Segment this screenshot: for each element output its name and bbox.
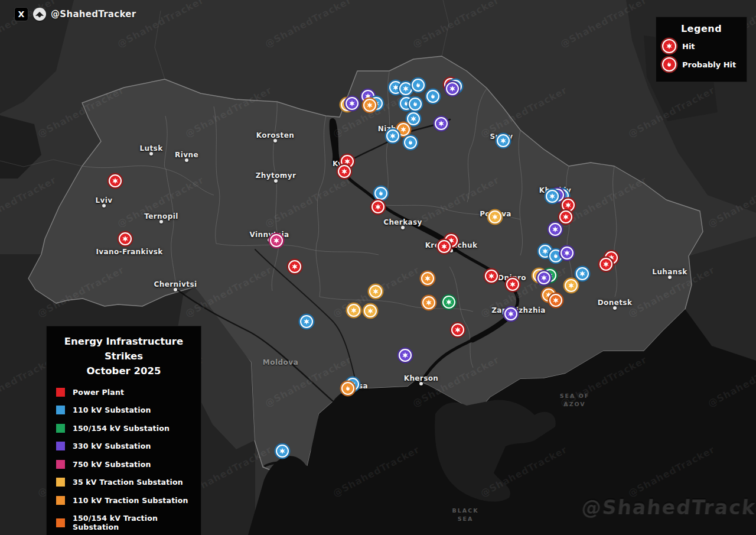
category-swatch-t110 — [56, 496, 65, 505]
strike-marker-s110-hit — [407, 112, 420, 125]
category-row-s750: 750 kV Substation — [56, 460, 191, 469]
strike-marker-pp-hit — [372, 200, 384, 213]
category-row-t35: 35 kV Traction Substation — [56, 478, 191, 487]
strike-marker-s150-hit — [442, 296, 455, 309]
strike-marker-s330-hit — [399, 349, 412, 362]
category-label: 150/154 kV Traction Substation — [73, 514, 191, 531]
strike-marker-s330-hit — [561, 247, 573, 260]
category-swatch-t150 — [56, 518, 65, 527]
strike-marker-t35-hit — [565, 279, 578, 292]
legend-row-hit: Hit — [662, 39, 741, 53]
category-label: 110 kV Traction Substation — [73, 496, 188, 505]
category-row-s330: 330 kV Substation — [56, 442, 191, 450]
legend-row-probably-hit: Probably Hit — [662, 57, 741, 72]
strike-marker-t110-probably-hit — [341, 382, 354, 395]
category-swatch-s150 — [56, 424, 65, 433]
category-legend: Energy Infrastructure Strikes October 20… — [46, 326, 201, 535]
category-swatch-s330 — [56, 442, 65, 450]
shahed-drone-icon — [33, 8, 46, 21]
attribution-header: X @ShahedTracker — [14, 7, 136, 21]
strike-marker-pp-hit — [451, 323, 464, 336]
category-row-pp: Power Plant — [56, 388, 191, 397]
category-swatch-s750 — [56, 460, 65, 469]
strike-marker-t35-hit — [488, 210, 501, 223]
strike-marker-s330-hit — [549, 223, 562, 236]
strike-marker-pp-hit — [562, 199, 575, 212]
strike-marker-s330-hit — [435, 117, 448, 130]
category-row-t150: 150/154 kV Traction Substation — [56, 514, 191, 531]
strike-marker-pp-hit — [438, 240, 451, 253]
embossed-watermark: @ShahedTracker — [581, 495, 756, 518]
category-label: 750 kV Substation — [73, 460, 151, 469]
strike-marker-pp-hit — [506, 278, 519, 291]
category-label: 330 kV Substation — [73, 442, 151, 450]
strike-marker-pp-hit — [662, 39, 676, 53]
category-swatch-s110 — [56, 406, 65, 414]
strike-marker-pp-hit — [119, 232, 132, 245]
strike-marker-s110-probably-hit — [409, 98, 422, 111]
category-row-s150: 150/154 kV Substation — [56, 424, 191, 433]
strike-marker-s330-hit — [346, 97, 359, 110]
strike-marker-s330-hit — [504, 307, 517, 320]
account-handle: @ShahedTracker — [51, 9, 136, 20]
strike-marker-s110-probably-hit — [404, 136, 417, 149]
strike-marker-s110-probably-hit — [426, 90, 439, 103]
category-swatch-t35 — [56, 478, 65, 487]
strike-marker-s110-hit — [300, 315, 313, 328]
strike-marker-s110-hit — [386, 129, 399, 142]
strike-marker-pp-hit — [109, 174, 122, 187]
strike-marker-pp-hit — [599, 258, 612, 271]
strike-marker-pp-probably-hit — [662, 57, 676, 72]
strike-marker-s110-hit — [546, 190, 559, 203]
strike-marker-s750-hit — [270, 234, 283, 247]
category-swatch-pp — [56, 388, 65, 397]
strike-marker-s110-hit — [497, 134, 510, 147]
hit-legend-title: Legend — [662, 23, 741, 34]
strike-marker-s110-probably-hit — [374, 187, 387, 200]
strike-marker-s110-hit — [576, 267, 589, 280]
strike-marker-t110-hit — [422, 296, 435, 309]
category-label: 35 kV Traction Substation — [73, 478, 183, 487]
strike-marker-s330-hit — [446, 82, 459, 95]
strike-marker-t150-hit — [549, 294, 562, 307]
category-label: 110 kV Substation — [73, 406, 151, 414]
category-label: Power Plant — [73, 388, 124, 397]
strike-marker-s330-hit — [537, 271, 550, 284]
strike-marker-pp-hit — [338, 165, 351, 178]
category-label: 150/154 kV Substation — [73, 424, 170, 433]
strike-marker-s110-probably-hit — [412, 79, 425, 92]
legend-label: Probably Hit — [682, 60, 736, 69]
x-logo-icon: X — [14, 7, 28, 21]
strike-marker-t35-hit — [364, 304, 377, 317]
category-legend-title: Energy Infrastructure Strikes October 20… — [56, 335, 191, 378]
strike-marker-t35-hit — [369, 285, 382, 298]
category-row-s110: 110 kV Substation — [56, 406, 191, 414]
strike-marker-s110-hit — [276, 445, 289, 458]
strike-marker-t110-hit — [363, 99, 376, 112]
strike-marker-s110-hit — [399, 82, 412, 95]
strike-marker-t110-hit — [421, 272, 434, 285]
hit-legend: Legend HitProbably Hit — [656, 17, 747, 82]
legend-label: Hit — [682, 42, 695, 51]
shahedtracker-map-image: @ShahedTracker@ShahedTracker@ShahedTrack… — [0, 0, 756, 535]
strike-marker-pp-hit — [288, 260, 301, 273]
category-row-t110: 110 kV Traction Substation — [56, 496, 191, 505]
strike-marker-t35-hit — [347, 304, 360, 317]
strike-marker-pp-hit — [485, 270, 498, 283]
strike-marker-pp-hit — [559, 210, 572, 223]
